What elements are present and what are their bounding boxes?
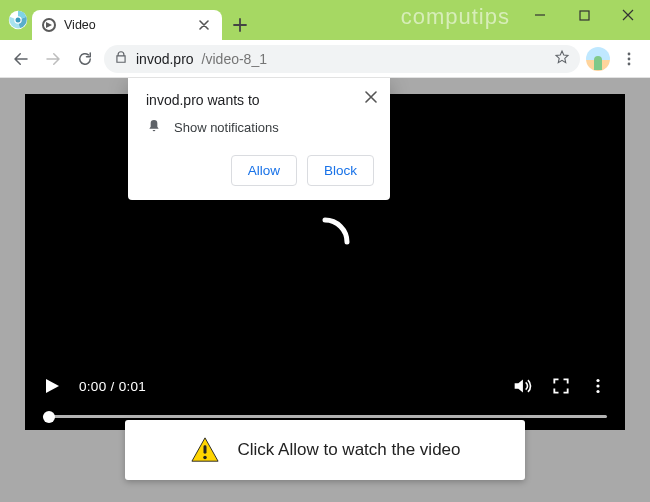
fullscreen-icon bbox=[551, 376, 571, 396]
titlebar: Video computips bbox=[0, 0, 650, 40]
tab-title: Video bbox=[64, 18, 96, 32]
svg-point-5 bbox=[628, 57, 631, 60]
svg-point-11 bbox=[203, 456, 207, 460]
volume-button[interactable] bbox=[511, 375, 533, 397]
fullscreen-button[interactable] bbox=[551, 376, 571, 396]
popup-close-button[interactable] bbox=[360, 86, 382, 108]
banner-text: Click Allow to watch the video bbox=[238, 440, 461, 460]
maximize-icon bbox=[579, 10, 590, 21]
loading-spinner-icon bbox=[297, 214, 353, 270]
svg-point-8 bbox=[596, 384, 599, 387]
kebab-icon bbox=[589, 377, 607, 395]
controls-row: 0:00 / 0:01 bbox=[25, 366, 625, 406]
back-button[interactable] bbox=[8, 46, 34, 72]
bookmark-button[interactable] bbox=[554, 49, 570, 68]
reload-icon bbox=[76, 50, 94, 68]
svg-point-6 bbox=[628, 62, 631, 65]
lock-icon bbox=[114, 50, 128, 67]
volume-icon bbox=[511, 375, 533, 397]
new-tab-button[interactable] bbox=[226, 11, 254, 39]
tab-favicon-video-icon bbox=[42, 18, 56, 32]
url-host: invod.pro bbox=[136, 51, 194, 67]
forward-button[interactable] bbox=[40, 46, 66, 72]
close-window-button[interactable] bbox=[606, 0, 650, 30]
url-path: /video-8_1 bbox=[202, 51, 267, 67]
play-icon bbox=[43, 377, 61, 395]
bell-icon bbox=[146, 118, 162, 137]
minimize-button[interactable] bbox=[518, 0, 562, 30]
warning-icon bbox=[190, 436, 220, 464]
browser-app-icon bbox=[8, 10, 28, 30]
page-content: 0:00 / 0:01 bbox=[0, 78, 650, 502]
minimize-icon bbox=[534, 9, 546, 21]
popup-title: invod.pro wants to bbox=[146, 92, 374, 108]
chrome-menu-button[interactable] bbox=[616, 46, 642, 72]
svg-point-4 bbox=[628, 52, 631, 55]
reload-button[interactable] bbox=[72, 46, 98, 72]
allow-banner: Click Allow to watch the video bbox=[125, 420, 525, 480]
progress-track bbox=[43, 415, 607, 418]
star-icon bbox=[554, 49, 570, 65]
play-button[interactable] bbox=[43, 377, 61, 395]
browser-window: Video computips bbox=[0, 0, 650, 502]
profile-avatar[interactable] bbox=[586, 47, 610, 71]
maximize-button[interactable] bbox=[562, 0, 606, 30]
kebab-icon bbox=[621, 51, 637, 67]
close-icon bbox=[199, 20, 209, 30]
permission-row: Show notifications bbox=[146, 118, 374, 137]
progress-thumb[interactable] bbox=[43, 411, 55, 423]
allow-button[interactable]: Allow bbox=[231, 155, 297, 186]
address-bar[interactable]: invod.pro/video-8_1 bbox=[104, 45, 580, 73]
close-icon bbox=[365, 91, 377, 103]
close-icon bbox=[622, 9, 634, 21]
popup-actions: Allow Block bbox=[146, 155, 374, 186]
window-controls bbox=[518, 0, 650, 40]
svg-point-2 bbox=[16, 18, 21, 23]
plus-icon bbox=[233, 18, 247, 32]
notification-permission-popup: invod.pro wants to Show notifications Al… bbox=[128, 78, 390, 200]
permission-label: Show notifications bbox=[174, 120, 279, 135]
video-more-button[interactable] bbox=[589, 377, 607, 395]
time-display: 0:00 / 0:01 bbox=[79, 379, 146, 394]
svg-rect-10 bbox=[203, 445, 206, 453]
block-button[interactable]: Block bbox=[307, 155, 374, 186]
tab-strip: Video bbox=[0, 0, 518, 40]
arrow-left-icon bbox=[12, 50, 30, 68]
tab-active[interactable]: Video bbox=[32, 10, 222, 40]
svg-rect-3 bbox=[580, 11, 589, 20]
tab-close-button[interactable] bbox=[196, 17, 212, 33]
toolbar: invod.pro/video-8_1 bbox=[0, 40, 650, 78]
svg-point-7 bbox=[596, 379, 599, 382]
arrow-right-icon bbox=[44, 50, 62, 68]
svg-point-9 bbox=[596, 390, 599, 393]
